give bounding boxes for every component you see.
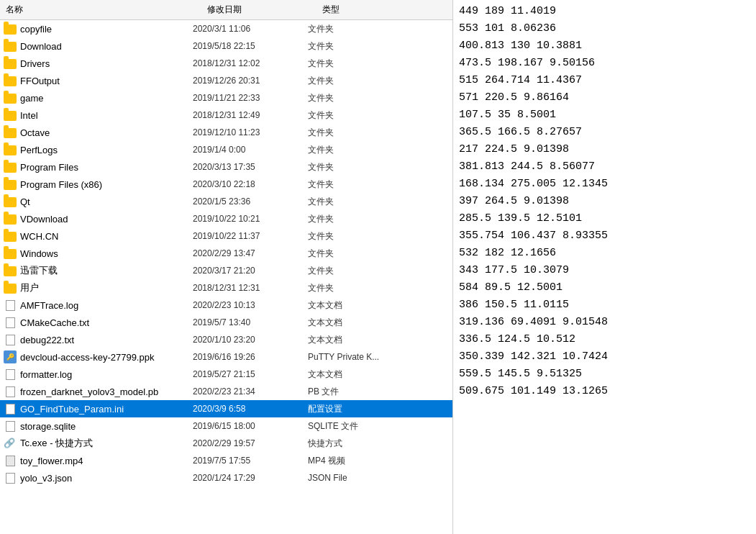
file-date: 2020/2/29 13:47: [193, 248, 308, 258]
file-row[interactable]: FFOutput 2019/12/26 20:31 文件夹: [0, 72, 452, 89]
file-row[interactable]: Program Files 2020/3/13 17:35 文件夹: [0, 158, 452, 176]
file-name: Tc.exe - 快捷方式: [20, 437, 193, 450]
file-date: 2020/1/24 17:29: [193, 473, 308, 483]
file-row[interactable]: Download 2019/5/18 22:15 文件夹: [0, 37, 452, 55]
file-name: yolo_v3.json: [20, 473, 193, 484]
file-name: Qt: [20, 196, 193, 207]
file-type: 文件夹: [308, 265, 401, 277]
data-row: 532 182 12.1656: [459, 245, 750, 262]
file-type: 文件夹: [308, 178, 401, 191]
data-row: 350.339 142.321 10.7424: [459, 348, 750, 366]
file-date: 2018/12/31 12:49: [193, 110, 308, 120]
file-type: 快捷方式: [308, 438, 401, 450]
file-name: Windows: [20, 248, 193, 259]
file-icon-wrap: 🔗: [3, 436, 17, 451]
header-type: 类型: [316, 2, 403, 17]
file-row[interactable]: VDownload 2019/10/22 10:21 文件夹: [0, 210, 452, 227]
file-icon-wrap: [3, 194, 17, 209]
file-icon-wrap: [3, 315, 17, 330]
file-name: frozen_darknet_yolov3_model.pb: [20, 386, 193, 397]
file-type: MP4 视频: [308, 455, 401, 467]
file-row[interactable]: 🔗 Tc.exe - 快捷方式 2020/2/29 19:57 快捷方式: [0, 435, 452, 452]
txt-icon: [6, 335, 15, 345]
data-row: 381.813 244.5 8.56077: [459, 158, 750, 176]
file-date: 2020/3/9 6:58: [193, 404, 308, 414]
data-row: 559.5 145.5 9.51325: [459, 366, 750, 383]
file-name: PerfLogs: [20, 145, 193, 155]
file-type: 文件夹: [308, 127, 401, 139]
file-type: 文件夹: [308, 230, 401, 243]
file-row[interactable]: debug222.txt 2020/1/10 23:20 文本文档: [0, 331, 452, 348]
file-name: game: [20, 93, 193, 104]
file-row[interactable]: toy_flower.mp4 2019/7/5 17:55 MP4 视频: [0, 452, 452, 469]
file-row[interactable]: frozen_darknet_yolov3_model.pb 2020/2/23…: [0, 383, 452, 400]
file-list[interactable]: copyfile 2020/3/1 11:06 文件夹 Download 201…: [0, 20, 452, 534]
file-date: 2019/12/10 11:23: [193, 127, 308, 137]
file-row[interactable]: copyfile 2020/3/1 11:06 文件夹: [0, 20, 452, 37]
file-icon-wrap: [3, 281, 17, 295]
folder-icon: [4, 111, 17, 121]
file-date: 2020/2/23 21:34: [193, 386, 308, 397]
file-row[interactable]: Drivers 2018/12/31 12:02 文件夹: [0, 55, 452, 72]
file-date: 2018/12/31 12:31: [193, 283, 308, 293]
file-row[interactable]: WCH.CN 2019/10/22 11:37 文件夹: [0, 227, 452, 245]
file-row[interactable]: 迅雷下载 2020/3/17 21:20 文件夹: [0, 262, 452, 279]
file-date: 2019/5/18 22:15: [193, 41, 308, 51]
file-date: 2019/1/4 0:00: [193, 145, 308, 155]
file-icon-wrap: [3, 177, 17, 191]
data-row: 449 189 11.4019: [459, 3, 750, 20]
file-type: 文件夹: [308, 144, 401, 156]
file-name: copyfile: [20, 24, 193, 35]
file-type: 文本文档: [308, 299, 401, 312]
file-row[interactable]: yolo_v3.json 2020/1/24 17:29 JSON File: [0, 469, 452, 487]
txt-icon: [6, 300, 15, 311]
file-name: FFOutput: [20, 76, 193, 86]
file-type: 文件夹: [308, 196, 401, 208]
data-row: 473.5 198.167 9.50156: [459, 55, 750, 72]
file-row[interactable]: AMFTrace.log 2020/2/23 10:13 文本文档: [0, 297, 452, 314]
file-type: SQLITE 文件: [308, 420, 401, 433]
file-row[interactable]: 用户 2018/12/31 12:31 文件夹: [0, 279, 452, 297]
file-name: WCH.CN: [20, 231, 193, 242]
data-row: 386 150.5 11.0115: [459, 297, 750, 314]
file-name: storage.sqlite: [20, 421, 193, 432]
file-name: Download: [20, 41, 193, 52]
file-date: 2020/3/1 11:06: [193, 24, 308, 34]
file-name: VDownload: [20, 214, 193, 225]
file-date: 2019/7/5 17:55: [193, 456, 308, 466]
file-row[interactable]: CMakeCache.txt 2019/5/7 13:40 文本文档: [0, 314, 452, 331]
header-date: 修改日期: [201, 2, 316, 17]
file-date: 2020/2/29 19:57: [193, 438, 308, 448]
file-date: 2019/10/22 10:21: [193, 214, 308, 224]
file-row[interactable]: game 2019/11/21 22:33 文件夹: [0, 89, 452, 107]
file-type: JSON File: [308, 473, 401, 483]
file-row[interactable]: Octave 2019/12/10 11:23 文件夹: [0, 124, 452, 141]
folder-icon: [4, 266, 17, 276]
file-icon-wrap: [3, 402, 17, 416]
file-row[interactable]: storage.sqlite 2019/6/15 18:00 SQLITE 文件: [0, 417, 452, 435]
file-type: 文件夹: [308, 40, 401, 53]
file-row[interactable]: formatter.log 2019/5/27 21:15 文本文档: [0, 366, 452, 383]
file-row[interactable]: Program Files (x86) 2020/3/10 22:18 文件夹: [0, 176, 452, 193]
file-icon-wrap: [3, 125, 17, 140]
file-date: 2020/1/10 23:20: [193, 335, 308, 345]
file-row[interactable]: 🔑 devcloud-access-key-27799.ppk 2019/6/1…: [0, 348, 452, 366]
file-name: 迅雷下载: [20, 264, 193, 277]
file-icon-wrap: [3, 367, 17, 381]
file-row[interactable]: GO_FindTube_Param.ini 2020/3/9 6:58 配置设置: [0, 400, 452, 417]
file-row[interactable]: Qt 2020/1/5 23:36 文件夹: [0, 193, 452, 210]
file-row[interactable]: Intel 2018/12/31 12:49 文件夹: [0, 107, 452, 124]
data-row: 509.675 101.149 13.1265: [459, 383, 750, 400]
file-icon-wrap: [3, 22, 17, 36]
data-row: 571 220.5 9.86164: [459, 89, 750, 107]
file-row[interactable]: Windows 2020/2/29 13:47 文件夹: [0, 245, 452, 262]
data-row: 515 264.714 11.4367: [459, 72, 750, 89]
file-row[interactable]: PerfLogs 2019/1/4 0:00 文件夹: [0, 141, 452, 158]
file-icon-wrap: [3, 384, 17, 399]
file-icon-wrap: [3, 229, 17, 243]
folder-icon: [4, 145, 17, 155]
file-name: Program Files (x86): [20, 179, 193, 190]
file-name: AMFTrace.log: [20, 300, 193, 311]
folder-icon: [4, 197, 17, 207]
file-name: Octave: [20, 127, 193, 138]
